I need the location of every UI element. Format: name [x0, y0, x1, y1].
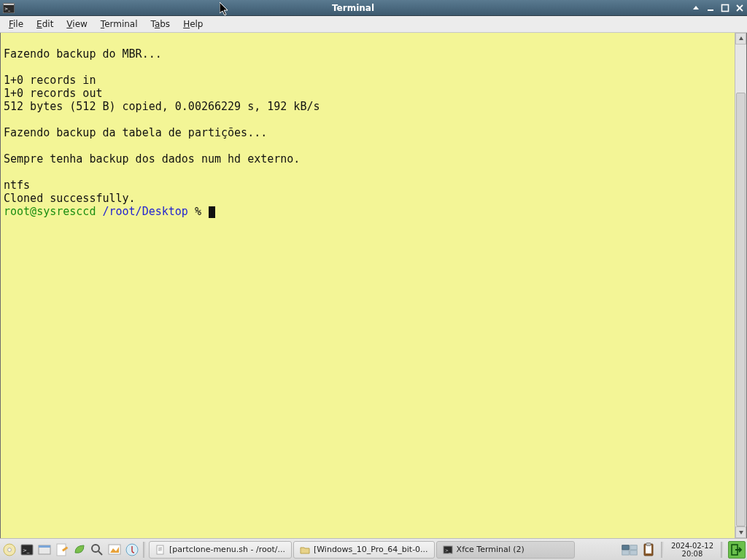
terminal-frame: Fazendo backup do MBR... 1+0 records in …	[0, 33, 747, 538]
document-icon	[155, 545, 166, 555]
terminal-output[interactable]: Fazendo backup do MBR... 1+0 records in …	[1, 33, 735, 538]
svg-rect-28	[622, 550, 629, 554]
tray-desktops-icon[interactable]	[622, 542, 638, 558]
menu-tabs[interactable]: Tabs	[145, 18, 177, 31]
svg-text:>_: >_	[4, 6, 10, 12]
tray-clipboard-icon[interactable]	[640, 542, 657, 558]
system-tray: 2024-02-12 20:08	[622, 541, 746, 559]
scrollbar-thumb[interactable]	[736, 93, 746, 526]
menubar: File Edit View Terminal Tabs Help	[0, 16, 747, 33]
svg-rect-29	[630, 550, 637, 554]
svg-rect-31	[646, 545, 651, 553]
vertical-scrollbar[interactable]	[735, 33, 746, 538]
menu-terminal[interactable]: Terminal	[95, 18, 144, 31]
task-windows10[interactable]: [Windows_10_Pro_64_bit-0...	[293, 541, 435, 559]
xfce-panel: >_ [partclone-menu.sh - /root/... [Windo…	[0, 538, 747, 560]
svg-text:>_: >_	[445, 548, 452, 553]
launcher-magnifier-icon[interactable]	[89, 542, 105, 558]
launcher-cd-icon[interactable]	[1, 542, 18, 558]
window-title: Terminal	[18, 3, 689, 13]
svg-rect-4	[708, 9, 713, 11]
scroll-up-button[interactable]	[735, 33, 746, 44]
menu-help[interactable]: Help	[177, 18, 209, 31]
svg-rect-26	[622, 545, 629, 549]
window-app-icon: >_	[2, 2, 15, 14]
panel-separator	[721, 542, 724, 558]
launcher-filemanager-icon[interactable]	[36, 542, 53, 558]
svg-marker-8	[739, 36, 743, 40]
shade-button[interactable]	[689, 1, 703, 15]
folder-icon	[300, 545, 310, 555]
launcher-terminal-icon[interactable]: >_	[19, 542, 35, 558]
clock-time: 20:08	[671, 550, 713, 558]
task-label: [partclone-menu.sh - /root/...	[169, 545, 285, 554]
menu-edit[interactable]: Edit	[31, 18, 59, 31]
launcher-picture-icon[interactable]	[107, 542, 123, 558]
maximize-button[interactable]	[718, 1, 732, 15]
svg-marker-9	[739, 531, 743, 534]
svg-rect-1	[4, 4, 14, 5]
window-controls	[689, 1, 747, 15]
svg-rect-27	[630, 545, 637, 549]
launcher-medical-icon[interactable]	[124, 542, 140, 558]
logoff-button[interactable]	[728, 541, 746, 559]
svg-text:>_: >_	[23, 548, 30, 553]
svg-point-18	[92, 545, 99, 552]
menu-file[interactable]: File	[3, 18, 29, 31]
launcher-leaf-icon[interactable]	[71, 542, 88, 558]
exit-icon	[731, 544, 743, 556]
task-label: Xfce Terminal (2)	[457, 545, 525, 554]
close-button[interactable]	[732, 1, 747, 15]
task-xfce-terminal[interactable]: >_ Xfce Terminal (2)	[436, 541, 575, 559]
svg-point-11	[8, 548, 12, 551]
scroll-down-button[interactable]	[735, 526, 746, 538]
panel-separator	[661, 542, 664, 558]
task-label: [Windows_10_Pro_64_bit-0...	[314, 545, 428, 554]
minimize-button[interactable]	[703, 1, 718, 15]
launcher-editor-icon[interactable]	[54, 542, 70, 558]
scrollbar-track[interactable]	[735, 44, 746, 526]
clock-date: 2024-02-12	[671, 542, 713, 550]
svg-rect-5	[722, 4, 729, 11]
panel-separator	[143, 542, 146, 558]
menu-view[interactable]: View	[61, 18, 93, 31]
svg-rect-32	[646, 542, 651, 545]
svg-rect-15	[39, 545, 50, 548]
svg-marker-3	[693, 6, 699, 9]
window-titlebar: >_ Terminal	[0, 0, 747, 16]
svg-line-19	[98, 551, 102, 555]
task-partclone[interactable]: [partclone-menu.sh - /root/...	[149, 541, 292, 559]
terminal-icon: >_	[443, 545, 453, 555]
panel-clock[interactable]: 2024-02-12 20:08	[668, 542, 716, 558]
